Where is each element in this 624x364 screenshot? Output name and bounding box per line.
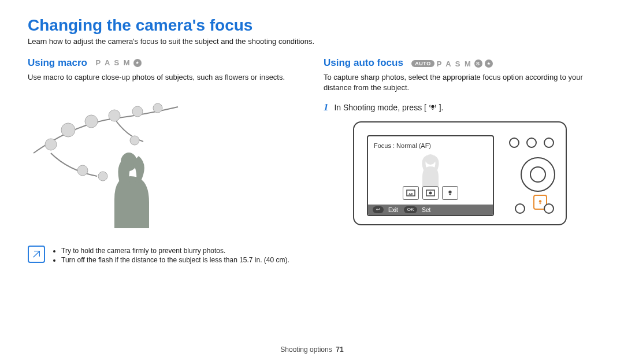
svg-point-17 [539,200,542,203]
mode-letters: P A S M [437,60,472,68]
svg-point-4 [132,106,143,117]
exit-label: Exit [388,207,398,213]
step-text-after: ]. [439,103,444,112]
svg-point-8 [130,136,139,145]
macro-button-icon [429,103,437,112]
macro-illustration [28,90,300,234]
step-1: 1 In Shooting mode, press [ ]. [324,102,596,113]
screen-bottom-bar: ↩ Exit OK Set [368,205,493,215]
mode-glyphs-autofocus: AUTO P A S M S [411,60,493,68]
camera-screen: Focus : Normal (AF) [367,135,494,216]
note-icon [28,246,45,263]
control-button [544,138,554,148]
camera-diagram: Focus : Normal (AF) [353,121,567,225]
section-heading-autofocus: Using auto focus [324,57,403,69]
magic-mode-icon [133,59,142,67]
mode-letters: P A S M [95,58,131,67]
svg-point-5 [153,103,162,113]
control-button [526,138,537,148]
section-heading-macro: Using macro [28,57,87,69]
control-button [544,203,554,214]
auto-mode-pill: AUTO [411,60,434,67]
focus-option-macro-icon [442,186,458,200]
column-left: Using macro P A S M Use macro to capture… [28,57,300,265]
svg-point-10 [431,105,434,108]
svg-point-7 [98,172,107,181]
page-title: Changing the camera's focus [28,16,596,35]
scene-mode-icon: S [474,60,482,68]
note-box: Try to hold the camera firmly to prevent… [28,246,300,265]
svg-point-1 [61,123,75,137]
note-list: Try to hold the camera firmly to prevent… [52,246,289,265]
magic-mode-icon [485,60,493,68]
focus-option-normal-af-icon: AF [403,186,419,200]
ok-key-icon: OK [404,206,418,213]
mode-glyphs-macro: P A S M [95,58,141,67]
note-item: Try to hold the camera firmly to prevent… [61,247,289,255]
control-button [509,138,519,148]
column-right: Using auto focus AUTO P A S M S To captu… [324,57,596,265]
svg-point-16 [448,191,451,194]
svg-point-0 [45,139,57,150]
svg-point-15 [429,192,432,195]
step-number: 1 [324,102,329,113]
step-text-before: In Shooting mode, press [ [334,103,426,112]
screen-focus-label: Focus : Normal (AF) [374,142,431,149]
dpad-control [521,157,555,192]
footer-section: Shooting options [280,346,332,354]
focus-option-row: AF [403,186,458,200]
page-footer: Shooting options 71 [0,346,624,354]
autofocus-body: To capture sharp photos, select the appr… [324,72,596,92]
set-label: Set [422,207,430,213]
note-item: Turn off the flash if the distance to th… [61,256,289,264]
footer-page-number: 71 [336,346,343,354]
svg-text:AF: AF [408,192,413,196]
macro-body: Use macro to capture close-up photos of … [28,72,300,83]
back-key-icon: ↩ [373,206,384,213]
control-button [515,203,525,214]
svg-point-2 [85,115,98,128]
focus-option-macro-frame-icon [422,186,439,200]
svg-point-6 [77,165,88,176]
page-intro: Learn how to adjust the camera's focus t… [28,37,596,46]
svg-point-3 [109,110,120,121]
